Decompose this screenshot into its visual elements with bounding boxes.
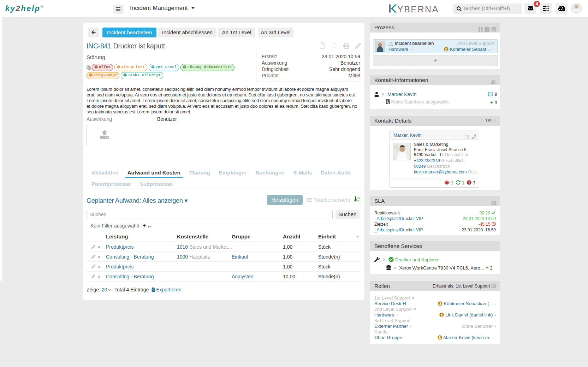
svg-text:YBERNA: YBERNA bbox=[397, 4, 439, 13]
svg-text:Z: Z bbox=[357, 199, 360, 202]
